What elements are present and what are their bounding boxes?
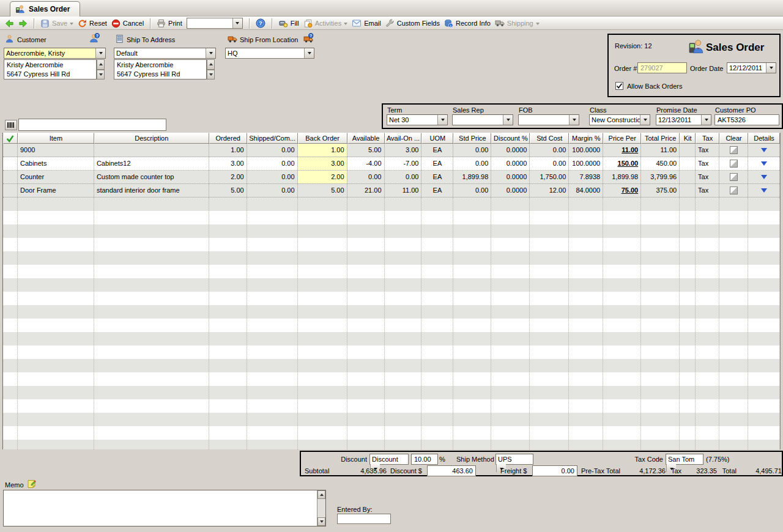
cell-details[interactable]	[748, 171, 780, 183]
column-header-shipped[interactable]: Shipped/Com...	[247, 133, 298, 144]
cell-item[interactable]: 9000	[18, 144, 94, 157]
cell-std_cost[interactable]: 0.00	[530, 157, 569, 170]
chevron-down-icon[interactable]	[206, 48, 215, 58]
cell-margin_pct[interactable]: 100.0000	[569, 157, 603, 170]
class-select[interactable]: New Constructio	[589, 114, 650, 125]
email-button[interactable]: Email	[352, 19, 381, 28]
forward-button[interactable]	[18, 19, 28, 28]
memo-textarea[interactable]	[3, 490, 326, 526]
scroll-down-icon[interactable]	[317, 517, 325, 526]
custom-fields-button[interactable]: Custom Fields	[385, 19, 440, 28]
customer-lookup-icon[interactable]: ?	[89, 33, 100, 43]
cell-clear[interactable]	[719, 171, 748, 183]
item-row[interactable]: Door Framestandard interior door frame5.…	[3, 184, 780, 198]
cell-margin_pct[interactable]: 7.8938	[569, 171, 603, 183]
column-header-back_order[interactable]: Back Order	[298, 133, 347, 144]
print-button[interactable]: Print	[157, 19, 182, 28]
cell-tax[interactable]: Tax	[696, 184, 719, 197]
column-header-kit[interactable]: Kit	[680, 133, 696, 144]
tax-code-select[interactable]: San Tom	[666, 454, 703, 465]
cell-total_price[interactable]: 450.00	[641, 157, 680, 170]
chevron-down-icon[interactable]	[701, 115, 711, 125]
barcode-button[interactable]	[5, 120, 17, 130]
cell-available[interactable]: 21.00	[347, 184, 385, 197]
ship-from-select[interactable]: HQ	[225, 48, 314, 59]
order-date-select[interactable]: 12/12/2011	[727, 62, 776, 73]
details-expand-icon[interactable]	[761, 188, 767, 193]
column-header-margin_pct[interactable]: Margin %	[569, 133, 603, 144]
spin-down-icon[interactable]	[207, 70, 215, 80]
cell-ordered[interactable]: 2.00	[209, 171, 247, 183]
cell-total_price[interactable]: 375.00	[641, 184, 680, 197]
cell-price_per[interactable]: 150.00	[603, 157, 641, 170]
cell-sel[interactable]	[3, 144, 18, 157]
cell-avail_on[interactable]: -7.00	[385, 157, 422, 170]
cell-tax[interactable]: Tax	[696, 144, 719, 157]
print-template-select[interactable]	[187, 18, 243, 29]
cell-uom[interactable]: EA	[421, 184, 453, 197]
cell-kit[interactable]	[680, 184, 696, 197]
cell-std_price[interactable]: 0.00	[453, 184, 491, 197]
cell-discount_pct[interactable]: 0.0000	[491, 171, 530, 183]
chevron-down-icon[interactable]	[503, 115, 513, 125]
column-header-description[interactable]: Description	[94, 133, 209, 144]
cell-tax[interactable]: Tax	[696, 171, 719, 183]
column-header-clear[interactable]: Clear	[719, 133, 748, 144]
cell-discount_pct[interactable]: 0.0000	[491, 144, 530, 157]
cell-uom[interactable]: EA	[421, 171, 453, 183]
discount-type-select[interactable]: Discount	[369, 454, 409, 465]
save-dropdown-icon[interactable]	[70, 23, 73, 27]
allow-back-orders-checkbox[interactable]	[615, 82, 623, 90]
cell-description[interactable]: Custom made counter top	[94, 171, 209, 183]
cell-sel[interactable]	[3, 171, 18, 183]
customer-address-spinner[interactable]	[97, 59, 105, 79]
sales-rep-select[interactable]	[452, 114, 513, 125]
cell-kit[interactable]	[680, 157, 696, 170]
cell-item[interactable]: Door Frame	[18, 184, 94, 197]
chevron-down-icon[interactable]	[640, 115, 650, 125]
clear-line-button[interactable]	[730, 160, 738, 168]
help-button[interactable]: ?	[256, 18, 265, 28]
cell-uom[interactable]: EA	[421, 157, 453, 170]
cell-std_price[interactable]: 0.00	[453, 144, 491, 157]
column-header-std_price[interactable]: Std Price	[453, 133, 491, 144]
cell-price_per[interactable]: 75.00	[603, 184, 641, 197]
spin-up-icon[interactable]	[207, 59, 215, 70]
chevron-down-icon[interactable]	[95, 48, 105, 58]
cell-description[interactable]: Cabinets12	[94, 157, 209, 170]
column-header-details[interactable]: Details	[748, 133, 780, 144]
cell-item[interactable]: Cabinets	[18, 157, 94, 170]
activities-dropdown-icon[interactable]	[344, 23, 347, 27]
ship-to-select[interactable]: Default	[114, 48, 216, 59]
cell-sel[interactable]	[3, 157, 18, 170]
cell-ordered[interactable]: 5.00	[209, 184, 247, 197]
column-header-ordered[interactable]: Ordered	[209, 133, 247, 144]
cell-avail_on[interactable]: 3.00	[385, 144, 422, 157]
item-row[interactable]: 90001.000.001.005.003.00EA0.000.00000.00…	[3, 144, 780, 157]
discount-amount-field[interactable]: 463.60	[427, 465, 476, 476]
cell-clear[interactable]	[719, 184, 748, 197]
cell-sel[interactable]	[3, 184, 18, 197]
cell-price_per[interactable]: 11.00	[603, 144, 641, 157]
cell-description[interactable]	[94, 144, 209, 157]
cell-available[interactable]: 0.00	[347, 171, 385, 183]
cell-details[interactable]	[748, 144, 780, 157]
column-header-tax[interactable]: Tax	[696, 133, 719, 144]
cell-uom[interactable]: EA	[421, 144, 453, 157]
save-button[interactable]: Save	[40, 19, 73, 28]
cell-ordered[interactable]: 1.00	[209, 144, 247, 157]
column-header-discount_pct[interactable]: Discount %	[491, 133, 530, 144]
activities-button[interactable]: Activities	[303, 19, 347, 28]
cell-margin_pct[interactable]: 100.0000	[569, 144, 603, 157]
cell-clear[interactable]	[719, 144, 748, 157]
chevron-down-icon[interactable]	[766, 63, 776, 73]
cell-available[interactable]: -4.00	[347, 157, 385, 170]
details-expand-icon[interactable]	[761, 148, 767, 152]
memo-scrollbar[interactable]	[317, 490, 325, 526]
cell-shipped[interactable]: 0.00	[247, 157, 298, 170]
clear-line-button[interactable]	[730, 146, 738, 154]
fill-button[interactable]: Fill	[278, 19, 299, 28]
cell-clear[interactable]	[719, 157, 748, 170]
cell-std_cost[interactable]: 12.00	[530, 184, 569, 197]
cancel-button[interactable]: Cancel	[111, 19, 144, 28]
